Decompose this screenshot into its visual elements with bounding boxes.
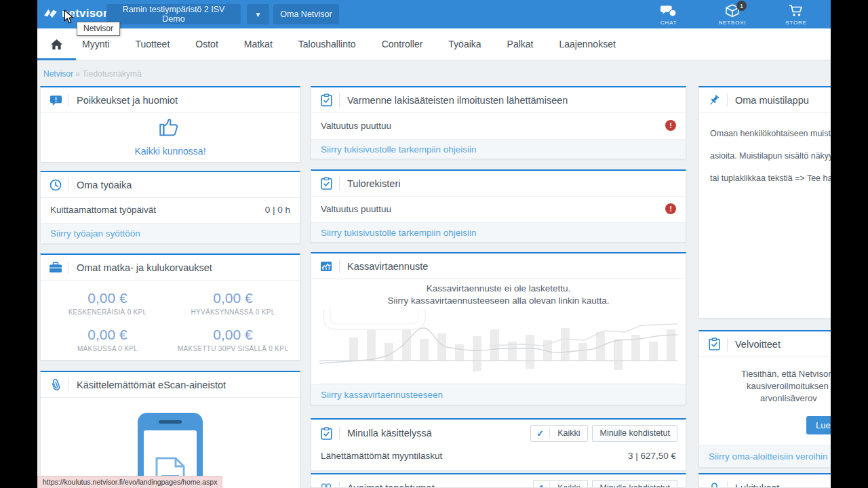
filter-all-button[interactable]: Kaikki	[550, 483, 587, 488]
expense-label: HYVÄKSYNNÄSSÄ 0 KPL	[170, 308, 296, 316]
topbar-icon-group: CHAT 1 NETBOXI STORE	[649, 2, 816, 26]
nav-item-laajennokset[interactable]: Laajennokset	[559, 39, 616, 49]
company-dropdown-caret[interactable]: ▼	[247, 4, 269, 24]
notes-line: asioita. Muistilapun sisältö näkyy	[710, 145, 831, 167]
expense-value: 0,00 €	[45, 290, 170, 306]
nav-item-tyoaika[interactable]: Työaika	[448, 39, 481, 49]
cart-icon	[789, 2, 804, 18]
cashflow-card: Kassavirtaennuste Kassavirtaennuste ei o…	[311, 252, 686, 405]
store-button[interactable]: STORE	[776, 2, 816, 26]
nav-item-tuotteet[interactable]: Tuotteet	[135, 39, 170, 49]
chat-icon	[660, 2, 677, 18]
filter-assigned-button[interactable]: Minulle kohdistetut	[592, 480, 677, 488]
self-assessed-taxes-link[interactable]: Siirry oma-aloitteisiin veroihin	[699, 445, 831, 467]
chevron-down-icon: ▼	[255, 11, 262, 18]
alert-exclamation-icon: !	[665, 203, 676, 214]
tulorekisteri-support-link[interactable]: Siirry tukisivustolle tarkempiin ohjeisi…	[311, 222, 686, 243]
left-column: Poikkeukset ja huomiot Kaikki kunnossa! …	[40, 86, 300, 488]
card-title: Minulla käsittelyssä	[347, 428, 432, 439]
nav-item-taloushallinto[interactable]: Taloushallinto	[298, 39, 356, 49]
header-divider	[727, 338, 728, 351]
nav-item-ostot[interactable]: Ostot	[195, 39, 218, 49]
inbox-row-value: 3 | 627,50 €	[628, 451, 676, 461]
card-title: Oma työaika	[77, 180, 132, 190]
card-title: Poikkeukset ja huomiot	[77, 95, 178, 106]
clipboard-check-icon	[319, 94, 333, 106]
header-divider	[727, 481, 728, 488]
filter-toggle-group: ✓ Kaikki	[530, 425, 588, 442]
obligations-line: Tiesithän, että Netvisoris	[741, 369, 831, 379]
expense-label: KESKENERÄISIÄ 0 KPL	[45, 308, 170, 316]
card-title: Varmenne lakisääteisten ilmoitusten lähe…	[347, 95, 568, 106]
netboxi-button[interactable]: 1 NETBOXI	[713, 2, 752, 26]
chat-button[interactable]: CHAT	[649, 2, 688, 26]
nav-item-controller[interactable]: Controller	[382, 39, 423, 49]
company-selector-button[interactable]: Ramin testiympäristö 2 ISV Demo	[106, 4, 241, 24]
card-title: Lukitukset	[735, 483, 779, 488]
cashflow-placeholder-chart	[319, 309, 677, 384]
card-title: Käsittelemättömät eScan-aineistot	[77, 380, 226, 390]
oma-netvisor-button[interactable]: Oma Netvisor	[273, 4, 339, 24]
obligations-card: Velvoitteet Tiesithän, että Netvisoris k…	[698, 330, 831, 468]
thumbs-up-icon	[159, 117, 182, 137]
header-divider	[68, 378, 69, 392]
certificate-support-link[interactable]: Siirry tukisivustolle tarkempiin ohjeisi…	[311, 139, 686, 159]
breadcrumb-root-link[interactable]: Netvisor	[43, 69, 73, 79]
worktime-entry-link[interactable]: Siirry työajan syöttöön	[41, 223, 300, 243]
main-nav: Myynti Tuotteet Ostot Matkat Taloushalli…	[37, 28, 831, 60]
header-divider	[339, 94, 340, 107]
header-divider	[68, 178, 69, 192]
nav-item-palkat[interactable]: Palkat	[507, 39, 534, 49]
header-divider	[68, 261, 69, 274]
paperclip-icon	[49, 378, 62, 391]
all-ok-text: Kaikki kunnossa!	[41, 146, 300, 157]
active-tab-underline	[37, 58, 76, 60]
tulorekisteri-row-label: Valtuutus puuttuu	[321, 204, 391, 214]
escan-card: Käsittelemättömät eScan-aineistot	[40, 371, 300, 488]
store-label: STORE	[785, 20, 806, 26]
partial-bottom-card: Avoimet tapahtumat 1 Kaikki Minulle kohd…	[311, 473, 686, 488]
notes-text[interactable]: Omaan henkilökohtaiseen muistil asioita.…	[699, 113, 831, 199]
locks-card-partial: Lukitukset	[698, 473, 831, 488]
inbox-card: Minulla käsittelyssä ✓ Kaikki Minulle ko…	[311, 418, 686, 471]
filter-all-button[interactable]: Kaikki	[550, 428, 587, 438]
pushpin-icon	[707, 94, 721, 106]
cashflow-message-line1: Kassavirtaennuste ei ole lasketettu.	[311, 283, 686, 295]
header-divider	[339, 426, 340, 440]
nav-item-matkat[interactable]: Matkat	[244, 39, 273, 49]
header-divider	[339, 177, 340, 190]
expense-stat: 0,00 € KESKENERÄISIÄ 0 KPL	[45, 290, 170, 316]
clipboard-check-icon	[319, 427, 333, 440]
briefcase-icon	[49, 262, 62, 273]
mouse-cursor	[63, 10, 75, 24]
inbox-row-label: Lähettämättömät myyntilaskut	[321, 451, 442, 461]
worktime-card: Oma työaika Kuittaamattomat työpäivät 0 …	[40, 171, 300, 244]
expense-stat: 0,00 € MAKSUSSA 0 KPL	[45, 327, 170, 352]
netvisor-logo[interactable]: netvisor	[43, 7, 108, 20]
worktime-row-value: 0 | 0 h	[265, 205, 290, 215]
expense-stat: 0,00 € HYVÄKSYNNÄSSÄ 0 KPL	[170, 290, 296, 316]
expense-label: MAKSUSSA 0 KPL	[45, 345, 170, 352]
nav-item-myynti[interactable]: Myynti	[82, 39, 109, 49]
netvisor-logo-icon	[43, 7, 58, 20]
nav-home-tab[interactable]	[37, 28, 76, 60]
filter-toggle-group: 1 Kaikki	[533, 480, 589, 488]
alert-exclamation-icon: !	[665, 120, 676, 131]
obligations-line: arvonlisäverov	[760, 393, 817, 403]
count-badge: 1	[534, 483, 550, 488]
read-more-button[interactable]: Lue li	[806, 416, 831, 434]
alert-bubble-icon	[49, 94, 62, 106]
right-column: Oma muistilappu Omaan henkilökohtaiseen …	[698, 86, 831, 488]
check-icon[interactable]: ✓	[531, 428, 550, 439]
tulorekisteri-card: Tulorekisteri Valtuutus puuttuu ! Siirry…	[311, 169, 686, 243]
cashflow-link[interactable]: Siirry kassavirtaennusteeseen	[311, 384, 686, 405]
users-icon	[319, 483, 333, 488]
netboxi-badge: 1	[736, 1, 747, 11]
filter-assigned-button[interactable]: Minulle kohdistetut	[592, 425, 677, 442]
card-title: Kassavirtaennuste	[347, 261, 428, 272]
chat-label: CHAT	[660, 20, 677, 26]
exceptions-card: Poikkeukset ja huomiot Kaikki kunnossa!	[40, 86, 300, 163]
netboxi-label: NETBOXI	[719, 20, 747, 26]
browser-status-url: https://koulutus.netvisor.fi/evo/landing…	[37, 476, 222, 488]
card-title: Tulorekisteri	[347, 178, 400, 189]
